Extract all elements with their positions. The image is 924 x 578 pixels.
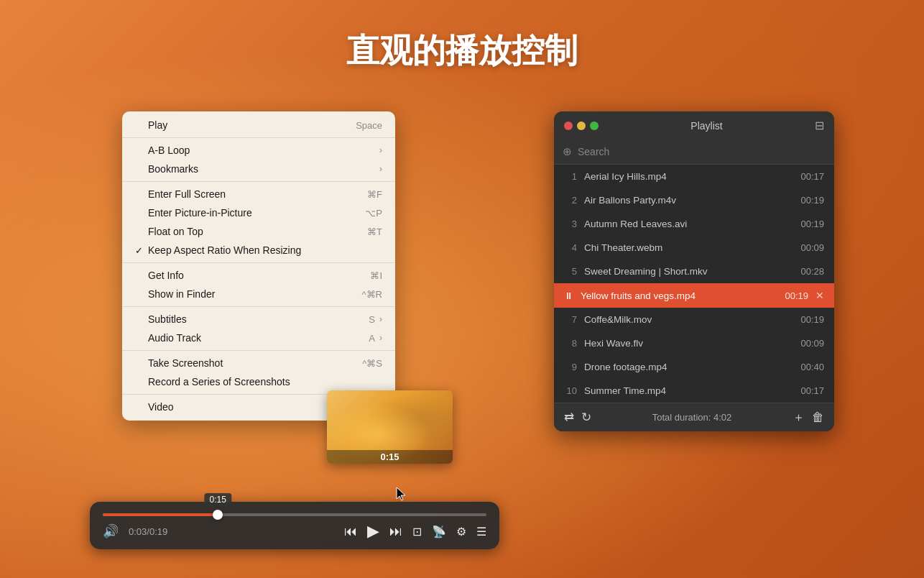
menu-item-info-label: Get Info bbox=[148, 270, 184, 281]
time-display: 0:03/0:19 bbox=[129, 526, 167, 537]
menu-item-info-shortcut: ⌘I bbox=[370, 270, 382, 281]
search-input[interactable] bbox=[578, 146, 826, 157]
playlist-title: Playlist bbox=[690, 120, 722, 132]
pip-button[interactable]: ⊡ bbox=[412, 525, 422, 538]
arrow-icon: › bbox=[379, 314, 382, 324]
skip-forward-button[interactable]: ⏭ bbox=[389, 524, 402, 539]
menu-item-audio-track-label: Audio Track bbox=[148, 332, 201, 344]
menu-item-aspect-label: Keep Aspect Ratio When Resizing bbox=[148, 244, 382, 256]
page-title: 直观的播放控制 bbox=[0, 29, 924, 73]
menu-item-finder[interactable]: Show in Finder ^⌘R bbox=[122, 285, 395, 303]
menu-sep-2 bbox=[122, 181, 395, 182]
menu-item-aspect[interactable]: ✓ Keep Aspect Ratio When Resizing bbox=[122, 241, 395, 260]
menu-item-fullscreen[interactable]: Enter Full Screen ⌘F bbox=[122, 185, 395, 203]
menu-item-float-shortcut: ⌘T bbox=[367, 226, 382, 237]
menu-item-play[interactable]: Play Space bbox=[122, 116, 395, 134]
menu-item-bookmarks-label: Bookmarks bbox=[148, 163, 198, 175]
list-item[interactable]: 3 Autumn Red Leaves.avi 00:19 bbox=[554, 212, 834, 236]
total-time: 0:19 bbox=[149, 526, 167, 537]
checkmark-icon: ✓ bbox=[135, 245, 148, 256]
progress-fill bbox=[103, 513, 218, 516]
menu-item-play-label: Play bbox=[148, 119, 167, 131]
player-controls: 🔊 0:03/0:19 ⏮ ▶ ⏭ ⊡ 📡 ⚙ ☰ bbox=[103, 522, 486, 541]
total-duration: Total duration: 4:02 bbox=[599, 412, 785, 423]
progress-area[interactable]: 0:15 bbox=[103, 513, 486, 516]
list-item[interactable]: 4 Chi Theater.webm 00:09 bbox=[554, 236, 834, 260]
pause-icon: ⏸ bbox=[564, 290, 573, 301]
list-item[interactable]: 1 Aerial Icy Hills.mp4 00:17 bbox=[554, 165, 834, 188]
search-icon: ⊕ bbox=[563, 145, 572, 158]
menu-item-play-shortcut: Space bbox=[356, 120, 382, 131]
menu-item-subtitles-shortcut: S bbox=[369, 314, 375, 325]
arrow-icon: › bbox=[379, 333, 382, 343]
list-item[interactable]: 7 Coffe&Milk.mov 00:19 bbox=[554, 308, 834, 331]
player-bar: 0:15 🔊 0:03/0:19 ⏮ ▶ ⏭ ⊡ 📡 ⚙ ☰ bbox=[90, 502, 499, 549]
skip-back-button[interactable]: ⏮ bbox=[344, 524, 357, 539]
playlist-items: 1 Aerial Icy Hills.mp4 00:17 2 Air Ballo… bbox=[554, 165, 834, 403]
cursor bbox=[396, 487, 406, 501]
menu-sep-4 bbox=[122, 306, 395, 307]
menu-item-ab-loop[interactable]: A-B Loop › bbox=[122, 141, 395, 160]
menu-item-fullscreen-shortcut: ⌘F bbox=[367, 189, 382, 200]
play-button[interactable]: ▶ bbox=[367, 522, 379, 541]
menu-item-finder-shortcut: ^⌘R bbox=[362, 289, 383, 300]
playlist-button[interactable]: ☰ bbox=[476, 525, 486, 538]
menu-item-screenshot-shortcut: ^⌘S bbox=[362, 358, 382, 369]
maximize-button[interactable] bbox=[590, 121, 599, 130]
menu-item-bookmarks[interactable]: Bookmarks › bbox=[122, 160, 395, 178]
menu-item-subtitles-label: Subtitles bbox=[148, 313, 187, 325]
remove-item-button[interactable]: ✕ bbox=[816, 290, 824, 301]
menu-item-screenshot[interactable]: Take Screenshot ^⌘S bbox=[122, 354, 395, 372]
volume-icon[interactable]: 🔊 bbox=[103, 523, 119, 539]
menu-item-info[interactable]: Get Info ⌘I bbox=[122, 266, 395, 285]
thumbnail-time: 0:15 bbox=[327, 450, 453, 464]
repeat-button[interactable]: ↻ bbox=[581, 410, 591, 425]
list-item[interactable]: 9 Drone footage.mp4 00:40 bbox=[554, 355, 834, 379]
menu-item-audio-track[interactable]: Audio Track A › bbox=[122, 329, 395, 347]
menu-item-video-label: Video bbox=[148, 401, 174, 413]
airplay-button[interactable]: 📡 bbox=[432, 525, 446, 538]
current-time: 0:03 bbox=[129, 526, 147, 537]
playlist-titlebar: Playlist ⊟ bbox=[554, 111, 834, 139]
menu-item-pip[interactable]: Enter Picture-in-Picture ⌥P bbox=[122, 203, 395, 222]
window-controls bbox=[564, 121, 599, 130]
shuffle-button[interactable]: ⇄ bbox=[564, 410, 574, 425]
menu-sep-1 bbox=[122, 137, 395, 138]
minimize-button[interactable] bbox=[577, 121, 586, 130]
menu-item-record-label: Record a Series of Screenshots bbox=[148, 376, 290, 387]
list-item-active[interactable]: ⏸ Yellow fruits and vegs.mp4 00:19 ✕ bbox=[554, 283, 834, 308]
menu-item-float[interactable]: Float on Top ⌘T bbox=[122, 222, 395, 241]
view-icon[interactable]: ⊟ bbox=[815, 119, 824, 132]
progress-track[interactable] bbox=[103, 513, 486, 516]
settings-button[interactable]: ⚙ bbox=[456, 525, 466, 538]
list-item[interactable]: 2 Air Ballons Party.m4v 00:19 bbox=[554, 188, 834, 212]
menu-item-ab-loop-label: A-B Loop bbox=[148, 144, 190, 156]
list-item[interactable]: 5 Sweet Dreaming | Short.mkv 00:28 bbox=[554, 260, 834, 283]
menu-item-pip-label: Enter Picture-in-Picture bbox=[148, 207, 252, 219]
add-item-button[interactable]: ＋ bbox=[793, 409, 805, 426]
arrow-icon: › bbox=[379, 164, 382, 174]
menu-sep-5 bbox=[122, 350, 395, 351]
list-item[interactable]: 10 Summer Time.mp4 00:17 bbox=[554, 379, 834, 403]
menu-item-finder-label: Show in Finder bbox=[148, 288, 215, 300]
menu-item-float-label: Float on Top bbox=[148, 226, 203, 237]
time-tooltip: 0:15 bbox=[205, 493, 231, 506]
arrow-icon: › bbox=[379, 145, 382, 155]
menu-item-screenshot-label: Take Screenshot bbox=[148, 357, 223, 369]
progress-thumb[interactable] bbox=[213, 510, 223, 520]
list-item[interactable]: 8 Hexi Wave.flv 00:09 bbox=[554, 331, 834, 355]
delete-item-button[interactable]: 🗑 bbox=[812, 410, 824, 425]
thumbnail-preview: 0:15 bbox=[327, 390, 453, 464]
menu-sep-3 bbox=[122, 262, 395, 263]
search-bar: ⊕ bbox=[554, 139, 834, 165]
menu-item-subtitles[interactable]: Subtitles S › bbox=[122, 310, 395, 329]
menu-item-audio-track-shortcut: A bbox=[369, 333, 375, 344]
menu-item-pip-shortcut: ⌥P bbox=[365, 208, 382, 219]
menu-item-record[interactable]: Record a Series of Screenshots bbox=[122, 372, 395, 391]
context-menu: Play Space A-B Loop › Bookmarks › Enter … bbox=[122, 111, 395, 421]
close-button[interactable] bbox=[564, 121, 573, 130]
playlist-panel: Playlist ⊟ ⊕ 1 Aerial Icy Hills.mp4 00:1… bbox=[554, 111, 834, 431]
playlist-footer: ⇄ ↻ Total duration: 4:02 ＋ 🗑 bbox=[554, 403, 834, 431]
menu-item-fullscreen-label: Enter Full Screen bbox=[148, 188, 226, 200]
